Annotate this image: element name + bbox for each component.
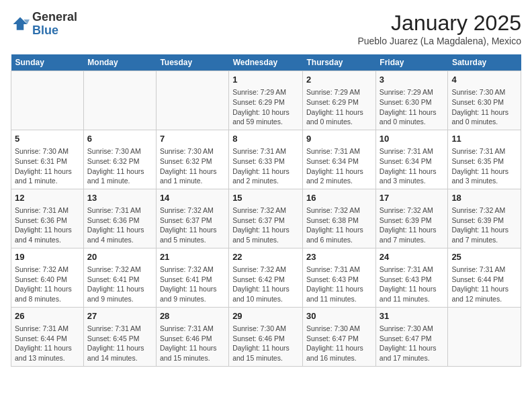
day-number: 31 bbox=[380, 310, 445, 322]
day-info: Sunrise: 7:30 AM Sunset: 6:32 PM Dayligh… bbox=[87, 146, 152, 186]
calendar-cell: 2Sunrise: 7:29 AM Sunset: 6:29 PM Daylig… bbox=[303, 71, 376, 130]
day-info: Sunrise: 7:32 AM Sunset: 6:37 PM Dayligh… bbox=[232, 205, 299, 245]
calendar-cell: 24Sunrise: 7:31 AM Sunset: 6:43 PM Dayli… bbox=[375, 248, 448, 307]
day-number: 22 bbox=[232, 251, 299, 263]
calendar-week: 26Sunrise: 7:31 AM Sunset: 6:44 PM Dayli… bbox=[11, 307, 521, 366]
day-number: 30 bbox=[306, 310, 372, 322]
day-info: Sunrise: 7:31 AM Sunset: 6:45 PM Dayligh… bbox=[87, 324, 152, 363]
calendar-cell: 11Sunrise: 7:31 AM Sunset: 6:35 PM Dayli… bbox=[448, 130, 521, 189]
calendar-subtitle: Pueblo Juarez (La Magdalena), Mexico bbox=[357, 36, 521, 46]
calendar-cell: 6Sunrise: 7:30 AM Sunset: 6:32 PM Daylig… bbox=[83, 130, 156, 189]
day-number: 6 bbox=[87, 133, 152, 145]
header-day: Wednesday bbox=[229, 54, 303, 71]
header-row: SundayMondayTuesdayWednesdayThursdayFrid… bbox=[11, 54, 521, 71]
day-number: 13 bbox=[87, 192, 152, 204]
day-number: 17 bbox=[380, 192, 445, 204]
calendar-cell bbox=[448, 307, 521, 366]
day-number: 7 bbox=[160, 133, 225, 145]
header-day: Thursday bbox=[303, 54, 376, 71]
day-number: 5 bbox=[15, 133, 80, 145]
day-number: 3 bbox=[380, 74, 445, 86]
day-info: Sunrise: 7:31 AM Sunset: 6:33 PM Dayligh… bbox=[232, 146, 299, 186]
header-day: Saturday bbox=[448, 54, 521, 71]
calendar-week: 5Sunrise: 7:30 AM Sunset: 6:31 PM Daylig… bbox=[11, 130, 521, 189]
day-info: Sunrise: 7:32 AM Sunset: 6:41 PM Dayligh… bbox=[87, 265, 152, 304]
day-info: Sunrise: 7:32 AM Sunset: 6:39 PM Dayligh… bbox=[451, 205, 517, 245]
day-number: 24 bbox=[380, 251, 445, 263]
day-number: 16 bbox=[306, 192, 372, 204]
day-number: 29 bbox=[232, 310, 299, 322]
calendar-cell: 29Sunrise: 7:30 AM Sunset: 6:46 PM Dayli… bbox=[229, 307, 303, 366]
day-number: 4 bbox=[451, 74, 517, 86]
calendar-cell: 17Sunrise: 7:32 AM Sunset: 6:39 PM Dayli… bbox=[375, 189, 448, 248]
day-number: 15 bbox=[232, 192, 299, 204]
calendar-cell: 3Sunrise: 7:29 AM Sunset: 6:30 PM Daylig… bbox=[375, 71, 448, 130]
calendar-header: SundayMondayTuesdayWednesdayThursdayFrid… bbox=[11, 54, 521, 71]
calendar-cell: 30Sunrise: 7:30 AM Sunset: 6:47 PM Dayli… bbox=[303, 307, 376, 366]
day-info: Sunrise: 7:30 AM Sunset: 6:32 PM Dayligh… bbox=[160, 146, 225, 186]
day-info: Sunrise: 7:29 AM Sunset: 6:30 PM Dayligh… bbox=[380, 87, 445, 127]
calendar-cell: 22Sunrise: 7:32 AM Sunset: 6:42 PM Dayli… bbox=[229, 248, 303, 307]
day-info: Sunrise: 7:31 AM Sunset: 6:43 PM Dayligh… bbox=[306, 265, 372, 304]
calendar-week: 12Sunrise: 7:31 AM Sunset: 6:36 PM Dayli… bbox=[11, 189, 521, 248]
day-info: Sunrise: 7:32 AM Sunset: 6:39 PM Dayligh… bbox=[380, 205, 445, 245]
calendar-table: SundayMondayTuesdayWednesdayThursdayFrid… bbox=[11, 54, 521, 367]
calendar-cell: 1Sunrise: 7:29 AM Sunset: 6:29 PM Daylig… bbox=[229, 71, 303, 130]
day-info: Sunrise: 7:31 AM Sunset: 6:35 PM Dayligh… bbox=[451, 146, 517, 186]
calendar-cell: 5Sunrise: 7:30 AM Sunset: 6:31 PM Daylig… bbox=[11, 130, 84, 189]
day-number: 11 bbox=[451, 133, 517, 145]
day-number: 14 bbox=[160, 192, 225, 204]
calendar-cell bbox=[11, 71, 84, 130]
day-info: Sunrise: 7:31 AM Sunset: 6:44 PM Dayligh… bbox=[451, 265, 517, 304]
calendar-week: 19Sunrise: 7:32 AM Sunset: 6:40 PM Dayli… bbox=[11, 248, 521, 307]
day-info: Sunrise: 7:31 AM Sunset: 6:44 PM Dayligh… bbox=[15, 324, 80, 363]
day-number: 20 bbox=[87, 251, 152, 263]
day-number: 28 bbox=[160, 310, 225, 322]
day-number: 12 bbox=[15, 192, 80, 204]
day-number: 18 bbox=[451, 192, 517, 204]
page-header: General Blue January 2025 Pueblo Juarez … bbox=[11, 11, 521, 46]
calendar-cell: 7Sunrise: 7:30 AM Sunset: 6:32 PM Daylig… bbox=[156, 130, 228, 189]
calendar-cell: 16Sunrise: 7:32 AM Sunset: 6:38 PM Dayli… bbox=[303, 189, 376, 248]
calendar-cell: 27Sunrise: 7:31 AM Sunset: 6:45 PM Dayli… bbox=[83, 307, 156, 366]
calendar-cell: 12Sunrise: 7:31 AM Sunset: 6:36 PM Dayli… bbox=[11, 189, 84, 248]
day-number: 2 bbox=[306, 74, 372, 86]
day-number: 26 bbox=[15, 310, 80, 322]
calendar-cell: 14Sunrise: 7:32 AM Sunset: 6:37 PM Dayli… bbox=[156, 189, 228, 248]
calendar-title: January 2025 bbox=[357, 11, 521, 36]
svg-marker-0 bbox=[13, 17, 28, 30]
day-info: Sunrise: 7:31 AM Sunset: 6:36 PM Dayligh… bbox=[87, 205, 152, 245]
header-day: Sunday bbox=[11, 54, 84, 71]
day-info: Sunrise: 7:30 AM Sunset: 6:46 PM Dayligh… bbox=[232, 324, 299, 363]
day-info: Sunrise: 7:32 AM Sunset: 6:41 PM Dayligh… bbox=[160, 265, 225, 304]
logo-text: General Blue bbox=[32, 11, 77, 38]
calendar-cell: 28Sunrise: 7:31 AM Sunset: 6:46 PM Dayli… bbox=[156, 307, 228, 366]
calendar-cell: 25Sunrise: 7:31 AM Sunset: 6:44 PM Dayli… bbox=[448, 248, 521, 307]
day-info: Sunrise: 7:30 AM Sunset: 6:47 PM Dayligh… bbox=[306, 324, 372, 363]
day-number: 1 bbox=[232, 74, 299, 86]
day-info: Sunrise: 7:32 AM Sunset: 6:40 PM Dayligh… bbox=[15, 265, 80, 304]
header-day: Tuesday bbox=[156, 54, 228, 71]
logo-icon bbox=[11, 15, 30, 34]
day-info: Sunrise: 7:32 AM Sunset: 6:37 PM Dayligh… bbox=[160, 205, 225, 245]
logo-general: General bbox=[32, 11, 77, 24]
day-info: Sunrise: 7:31 AM Sunset: 6:43 PM Dayligh… bbox=[380, 265, 445, 304]
day-number: 27 bbox=[87, 310, 152, 322]
calendar-cell: 31Sunrise: 7:30 AM Sunset: 6:47 PM Dayli… bbox=[375, 307, 448, 366]
day-info: Sunrise: 7:31 AM Sunset: 6:46 PM Dayligh… bbox=[160, 324, 225, 363]
calendar-cell: 18Sunrise: 7:32 AM Sunset: 6:39 PM Dayli… bbox=[448, 189, 521, 248]
day-info: Sunrise: 7:29 AM Sunset: 6:29 PM Dayligh… bbox=[306, 87, 372, 127]
day-info: Sunrise: 7:31 AM Sunset: 6:36 PM Dayligh… bbox=[15, 205, 80, 245]
title-block: January 2025 Pueblo Juarez (La Magdalena… bbox=[357, 11, 521, 46]
day-number: 9 bbox=[306, 133, 372, 145]
day-info: Sunrise: 7:30 AM Sunset: 6:30 PM Dayligh… bbox=[451, 87, 517, 127]
day-number: 8 bbox=[232, 133, 299, 145]
calendar-cell: 10Sunrise: 7:31 AM Sunset: 6:34 PM Dayli… bbox=[375, 130, 448, 189]
calendar-cell: 9Sunrise: 7:31 AM Sunset: 6:34 PM Daylig… bbox=[303, 130, 376, 189]
calendar-cell: 19Sunrise: 7:32 AM Sunset: 6:40 PM Dayli… bbox=[11, 248, 84, 307]
day-info: Sunrise: 7:31 AM Sunset: 6:34 PM Dayligh… bbox=[306, 146, 372, 186]
header-day: Monday bbox=[83, 54, 156, 71]
calendar-cell bbox=[156, 71, 228, 130]
day-number: 25 bbox=[451, 251, 517, 263]
calendar-cell: 15Sunrise: 7:32 AM Sunset: 6:37 PM Dayli… bbox=[229, 189, 303, 248]
